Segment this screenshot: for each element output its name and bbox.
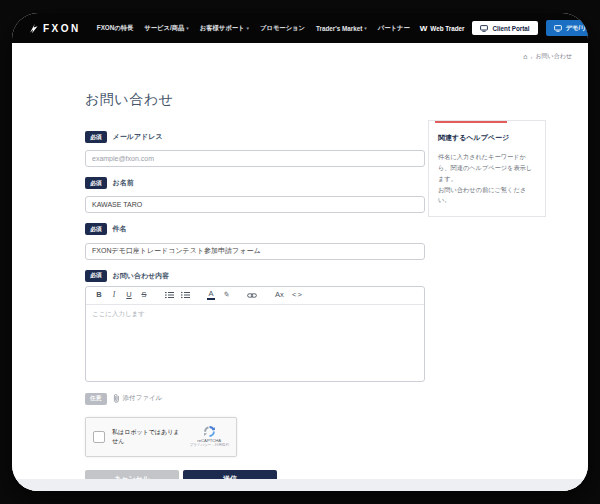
bullet-list-icon[interactable]: [181, 291, 190, 299]
pen-icon[interactable]: ✎: [222, 291, 230, 299]
related-help-title: 関連するヘルプページ: [438, 133, 536, 143]
email-field-label: メールアドレス: [113, 132, 163, 142]
recaptcha-logo-block: reCAPTCHA プライバシー - 利用規約: [189, 425, 229, 448]
nav-right-group: W Web Trader Client Portal デモ/リアル口座開設: [420, 20, 588, 36]
recaptcha-links[interactable]: プライバシー - 利用規約: [189, 444, 229, 448]
name-field[interactable]: [85, 196, 425, 213]
related-help-body-1: 件名に入力されたキーワードから、関連のヘルプページを表示します。: [438, 152, 536, 185]
recaptcha-checkbox[interactable]: [93, 431, 105, 443]
nav-item-partner[interactable]: パートナー: [378, 24, 410, 33]
page-content: ⌂ › お問い合わせ お問い合わせ 必須 メールアドレス 必須 お名前: [12, 43, 588, 491]
nav-item-traders-market[interactable]: Trader's Market▾: [316, 25, 367, 32]
clear-format-icon[interactable]: Ax: [274, 291, 285, 299]
paperclip-icon: [113, 394, 120, 403]
home-icon[interactable]: ⌂: [523, 53, 527, 60]
fxon-logo-text: FXON: [43, 23, 81, 34]
required-badge: 必須: [85, 177, 107, 189]
page-title: お問い合わせ: [85, 91, 425, 109]
web-trader-link[interactable]: W Web Trader: [420, 24, 465, 33]
web-trader-label: Web Trader: [430, 25, 464, 32]
subject-field-label: 件名: [113, 224, 127, 234]
device-frame: { "nav": { "logo_text": "FXON", "items":…: [0, 0, 600, 504]
nav-item-promotion[interactable]: プロモーション: [260, 24, 305, 33]
message-field[interactable]: ここに入力します: [86, 305, 424, 381]
panel-accent-bar: [435, 121, 507, 123]
nav-item-features[interactable]: FXONの特長: [97, 24, 134, 33]
chevron-down-icon: ▾: [364, 25, 367, 31]
email-field[interactable]: [85, 150, 425, 167]
breadcrumb-separator: ›: [530, 54, 532, 60]
name-field-group: 必須 お名前: [85, 177, 425, 213]
top-navbar: FXON FXONの特長 サービス/商品▾ お客様サポート▾ プロモーション T…: [12, 13, 588, 43]
recaptcha-icon: [203, 425, 216, 438]
nav-item-support[interactable]: お客様サポート▾: [200, 24, 249, 33]
client-portal-label: Client Portal: [492, 25, 529, 32]
underline-icon[interactable]: U: [125, 291, 133, 299]
attach-file-label: 添付ファイル: [123, 394, 163, 403]
breadcrumb: ⌂ › お問い合わせ: [523, 52, 572, 61]
fxon-logo[interactable]: FXON: [28, 23, 81, 34]
strikethrough-icon[interactable]: S: [140, 291, 148, 299]
contact-form: お問い合わせ 必須 メールアドレス 必須 お名前 必須: [85, 91, 425, 489]
chevron-down-icon: ▾: [186, 25, 189, 31]
message-field-group: 必須 お問い合わせ内容 B I U S: [85, 270, 425, 382]
rich-text-editor: B I U S A: [85, 286, 425, 382]
recaptcha-widget: 私はロボットではありません reCAPTCHA プライバシー - 利用規約: [85, 417, 237, 457]
bold-icon[interactable]: B: [95, 291, 103, 299]
client-portal-button[interactable]: Client Portal: [472, 21, 537, 35]
related-help-panel: 関連するヘルプページ 件名に入力されたキーワードから、関連のヘルプページを表示し…: [428, 120, 546, 217]
font-color-icon[interactable]: A: [207, 290, 215, 300]
email-field-group: 必須 メールアドレス: [85, 131, 425, 167]
editor-toolbar: B I U S A: [86, 287, 424, 305]
breadcrumb-current: お問い合わせ: [535, 52, 572, 61]
footer-band: [12, 479, 588, 491]
open-account-button[interactable]: デモ/リアル口座開設: [546, 20, 588, 36]
required-badge: 必須: [85, 270, 107, 282]
open-account-label: デモ/リアル口座開設: [566, 24, 588, 33]
subject-field[interactable]: [85, 243, 425, 260]
browser-page: FXON FXONの特長 サービス/商品▾ お客様サポート▾ プロモーション T…: [12, 13, 588, 491]
attach-file-button[interactable]: 添付ファイル: [113, 394, 163, 403]
required-badge: 必須: [85, 131, 107, 143]
italic-icon[interactable]: I: [110, 291, 118, 299]
main-menu: FXONの特長 サービス/商品▾ お客様サポート▾ プロモーション Trader…: [97, 24, 410, 33]
web-trader-icon: W: [420, 24, 428, 33]
related-help-body-2: お問い合わせの前にご覧ください。: [438, 185, 536, 207]
message-field-label: お問い合わせ内容: [113, 271, 170, 281]
name-field-label: お名前: [113, 178, 134, 188]
recaptcha-label: 私はロボットではありません: [112, 428, 182, 446]
monitor-icon: [480, 25, 488, 32]
chevron-down-icon: ▾: [246, 25, 249, 31]
monitor-icon: [554, 25, 562, 32]
required-badge: 必須: [85, 223, 107, 235]
attachment-row: 任意 添付ファイル: [85, 393, 425, 405]
optional-badge: 任意: [85, 393, 107, 405]
code-icon[interactable]: <>: [292, 291, 303, 299]
subject-field-group: 必須 件名: [85, 223, 425, 260]
ordered-list-icon[interactable]: [165, 291, 174, 299]
fxon-logo-icon: [28, 23, 39, 34]
nav-item-services[interactable]: サービス/商品▾: [144, 24, 189, 33]
link-icon[interactable]: [247, 292, 257, 299]
